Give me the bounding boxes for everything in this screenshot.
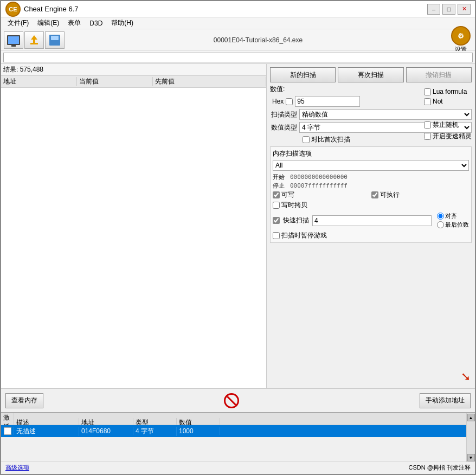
scan-buttons: 新的扫描 再次扫描 撤销扫描 xyxy=(270,67,472,82)
undo-scan-button[interactable]: 撤销扫描 xyxy=(406,67,472,82)
right-options: Lua formula Not 禁止随机 开启变速精灵 xyxy=(422,86,474,143)
cheat-cell-active xyxy=(1,427,14,435)
open-button[interactable] xyxy=(24,31,44,49)
cheat-table-header: 激活 描述 地址 类型 数值 xyxy=(1,413,475,425)
open-icon xyxy=(30,35,38,44)
cheat-cell-description: 无描述 xyxy=(14,427,79,436)
cheat-cell-type: 4 字节 xyxy=(133,427,177,436)
view-memory-button[interactable]: 查看内存 xyxy=(5,393,43,408)
result-count: 结果: 575,488 xyxy=(3,66,43,73)
cheat-scrollbar[interactable]: ▲ ▼ xyxy=(466,413,475,462)
hex-checkbox[interactable] xyxy=(286,98,293,105)
settings-area[interactable]: ⚙ 设置 xyxy=(451,26,473,54)
title-bar-right: – □ ✕ xyxy=(427,4,471,15)
header-address: 地址 xyxy=(1,77,77,86)
list-body[interactable] xyxy=(1,88,266,388)
stop-addr-row: 停止 00007fffffffffff xyxy=(273,182,469,190)
status-right: CSDN @拇指 刊发注释 xyxy=(409,464,471,472)
fast-scan-value[interactable] xyxy=(312,215,432,226)
value-input[interactable] xyxy=(295,96,360,107)
hex-label: Hex xyxy=(272,98,284,105)
header-current-value: 当前值 xyxy=(77,77,153,86)
align-radio[interactable] xyxy=(437,213,444,220)
fast-scan-label: 快速扫描 xyxy=(283,216,309,225)
status-left[interactable]: 高级选项 xyxy=(5,464,29,472)
scroll-track xyxy=(467,422,475,453)
cheat-table: 激活 描述 地址 类型 数值 无描述 014F0680 4 字节 1000 ▲ … xyxy=(1,412,475,461)
fast-scan-checkbox[interactable] xyxy=(273,217,280,224)
toolbar: 00001E04-Tutorial-x86_64.exe ⚙ 设置 xyxy=(1,29,475,51)
radio-group: 对齐 最后位数 xyxy=(437,212,469,229)
speed-wizard-row: 开启变速精灵 xyxy=(424,132,472,141)
no-icon[interactable] xyxy=(223,392,240,409)
cheat-row[interactable]: 无描述 014F0680 4 字节 1000 xyxy=(1,425,475,437)
scan-type-label: 扫描类型 xyxy=(270,110,297,119)
compare-first-label: 对比首次扫描 xyxy=(311,135,350,144)
next-scan-button[interactable]: 再次扫描 xyxy=(338,67,403,82)
monitor-button[interactable] xyxy=(4,31,23,49)
process-input[interactable] xyxy=(3,53,473,62)
cow-label: 写时拷贝 xyxy=(281,201,307,210)
disable-random-checkbox[interactable] xyxy=(424,121,431,129)
speed-wizard-checkbox[interactable] xyxy=(424,133,431,140)
save-button[interactable] xyxy=(45,31,65,49)
executable-label: 可执行 xyxy=(380,190,400,200)
minimize-button[interactable]: – xyxy=(427,4,440,15)
writable-checkbox[interactable] xyxy=(273,191,280,198)
save-icon xyxy=(49,35,60,46)
spacer xyxy=(424,107,472,118)
lastdigit-radio-row: 最后位数 xyxy=(437,221,469,229)
menu-file[interactable]: 文件(F) xyxy=(3,17,33,29)
title-bar: CE Cheat Engine 6.7 – □ ✕ xyxy=(1,1,475,17)
stop-value: 00007fffffffffff xyxy=(290,182,348,189)
data-type-label: 数值类型 xyxy=(270,123,297,132)
arrow-indicator: ➘ xyxy=(461,370,471,384)
cheat-cell-address: 014F0680 xyxy=(79,427,133,435)
header-previous-value: 先前值 xyxy=(153,77,266,86)
cheat-table-body[interactable]: 无描述 014F0680 4 字节 1000 xyxy=(1,425,475,461)
lastdigit-radio[interactable] xyxy=(437,221,444,228)
speed-wizard-label: 开启变速精灵 xyxy=(433,132,472,141)
content-area: 结果: 575,488 地址 当前值 先前值 新的扫描 再次扫描 撤销扫描 xyxy=(1,64,475,388)
value-label: 数值: xyxy=(270,85,285,94)
menu-bar: 文件(F) 编辑(E) 表单 D3D 帮助(H) xyxy=(1,17,475,29)
pause-game-label: 扫描时暂停游戏 xyxy=(281,231,327,240)
executable-checkbox[interactable] xyxy=(371,191,378,198)
list-header: 地址 当前值 先前值 xyxy=(1,76,266,88)
not-row: Not xyxy=(424,98,472,105)
compare-first-checkbox[interactable] xyxy=(303,136,310,143)
writable-label: 可写 xyxy=(281,190,294,200)
lua-formula-label: Lua formula xyxy=(433,88,467,95)
align-label: 对齐 xyxy=(445,212,457,220)
add-address-button[interactable]: 手动添加地址 xyxy=(420,393,471,408)
bottom-controls: 查看内存 手动添加地址 xyxy=(1,388,475,412)
lua-formula-row: Lua formula xyxy=(424,88,472,95)
lua-formula-checkbox[interactable] xyxy=(424,88,431,95)
fast-scan-row: 快速扫描 对齐 最后位数 xyxy=(273,212,469,229)
no-circle xyxy=(224,393,239,408)
memory-scan-title: 内存扫描选项 xyxy=(273,149,469,158)
maximize-button[interactable]: □ xyxy=(442,4,455,15)
active-checkbox-box[interactable] xyxy=(4,427,11,435)
menu-d3d[interactable]: D3D xyxy=(85,18,107,28)
start-addr-row: 开始 0000000000000000 xyxy=(273,173,469,181)
right-panel-wrapper: 新的扫描 再次扫描 撤销扫描 数值: Hex 扫描类型 精确数 xyxy=(267,64,475,388)
scroll-down-button[interactable]: ▼ xyxy=(467,454,475,461)
title-bar-left: CE Cheat Engine 6.7 xyxy=(5,2,78,17)
new-scan-button[interactable]: 新的扫描 xyxy=(270,67,336,82)
menu-edit[interactable]: 编辑(E) xyxy=(33,17,63,29)
lastdigit-label: 最后位数 xyxy=(445,221,469,229)
pause-game-checkbox[interactable] xyxy=(273,232,280,239)
memory-type-select[interactable]: All xyxy=(273,160,469,171)
align-radio-row: 对齐 xyxy=(437,212,469,220)
left-panel: 结果: 575,488 地址 当前值 先前值 xyxy=(1,64,267,388)
menu-table[interactable]: 表单 xyxy=(63,17,85,29)
cow-row: 写时拷贝 xyxy=(273,201,370,210)
close-button[interactable]: ✕ xyxy=(458,4,471,15)
scroll-up-button[interactable]: ▲ xyxy=(467,414,475,421)
not-checkbox[interactable] xyxy=(424,98,431,105)
menu-help[interactable]: 帮助(H) xyxy=(107,17,138,29)
start-value: 0000000000000000 xyxy=(290,174,348,181)
cow-checkbox[interactable] xyxy=(273,202,280,209)
status-bar: 高级选项 CSDN @拇指 刊发注释 xyxy=(1,461,475,474)
